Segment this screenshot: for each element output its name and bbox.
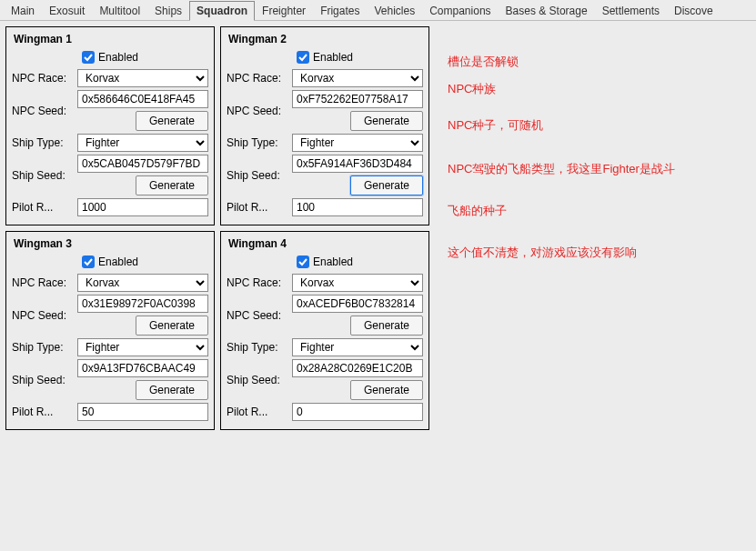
enabled-label: Enabled — [98, 51, 138, 64]
ship-seed-label: Ship Seed: — [227, 374, 292, 386]
pilot-r-input[interactable] — [292, 198, 423, 216]
tab-main[interactable]: Main — [4, 1, 42, 20]
tab-squadron[interactable]: Squadron — [189, 1, 255, 21]
npc-seed-input[interactable] — [77, 295, 208, 313]
ship-seed-input[interactable] — [77, 155, 208, 173]
ship-type-label: Ship Type: — [12, 341, 77, 354]
ship-type-select[interactable]: Fighter — [77, 338, 208, 356]
check-icon — [82, 255, 95, 268]
annotations-panel: 槽位是否解锁 NPC种族 NPC种子，可随机 NPC驾驶的飞船类型，我这里Fig… — [429, 26, 675, 261]
tab-ships[interactable]: Ships — [147, 1, 189, 20]
enabled-checkbox[interactable]: Enabled — [227, 255, 423, 268]
npc-seed-generate-button[interactable]: Generate — [350, 316, 423, 336]
tab-bases-storage[interactable]: Bases & Storage — [499, 1, 595, 20]
npc-seed-label: NPC Seed: — [227, 105, 292, 117]
ship-type-select[interactable]: Fighter — [292, 134, 423, 152]
npc-race-label: NPC Race: — [227, 72, 292, 85]
ship-seed-label: Ship Seed: — [12, 374, 77, 386]
wingman-card-3: Wingman 3EnabledNPC Race:KorvaxNPC Seed:… — [5, 231, 215, 430]
tab-freighter[interactable]: Freighter — [255, 1, 313, 20]
ship-seed-generate-button[interactable]: Generate — [136, 175, 208, 195]
tab-settlements[interactable]: Settlements — [595, 1, 667, 20]
npc-seed-input[interactable] — [292, 90, 423, 108]
check-icon — [297, 51, 309, 64]
pilot-r-input[interactable] — [77, 198, 208, 216]
wingman-title: Wingman 1 — [12, 31, 208, 49]
wingman-title: Wingman 4 — [227, 235, 423, 254]
pilot-r-label: Pilot R... — [12, 406, 77, 418]
ship-seed-input[interactable] — [77, 359, 208, 377]
ship-seed-generate-button[interactable]: Generate — [136, 380, 208, 400]
wingman-title: Wingman 3 — [12, 235, 208, 254]
npc-seed-input[interactable] — [292, 295, 423, 313]
ship-type-select[interactable]: Fighter — [77, 134, 208, 152]
content-area: Wingman 1EnabledNPC Race:KorvaxNPC Seed:… — [0, 21, 756, 436]
npc-seed-generate-button[interactable]: Generate — [136, 316, 208, 336]
check-icon — [82, 51, 95, 64]
ship-type-label: Ship Type: — [12, 136, 77, 149]
annotation-race: NPC种族 — [448, 81, 675, 97]
tab-vehicles[interactable]: Vehicles — [367, 1, 422, 20]
ship-seed-label: Ship Seed: — [227, 169, 292, 182]
wingman-card-2: Wingman 2EnabledNPC Race:KorvaxNPC Seed:… — [220, 26, 429, 225]
enabled-checkbox[interactable]: Enabled — [227, 51, 423, 64]
tab-multitool[interactable]: Multitool — [92, 1, 147, 20]
npc-race-label: NPC Race: — [12, 72, 77, 85]
pilot-r-label: Pilot R... — [227, 406, 292, 418]
npc-seed-label: NPC Seed: — [227, 309, 292, 322]
tab-exosuit[interactable]: Exosuit — [42, 1, 92, 20]
wingman-card-1: Wingman 1EnabledNPC Race:KorvaxNPC Seed:… — [5, 26, 215, 225]
enabled-checkbox[interactable]: Enabled — [12, 51, 208, 64]
check-icon — [297, 255, 309, 268]
npc-race-label: NPC Race: — [12, 276, 77, 289]
npc-race-select[interactable]: Korvax — [77, 69, 208, 87]
pilot-r-label: Pilot R... — [12, 201, 77, 214]
wingman-title: Wingman 2 — [227, 31, 423, 49]
annotation-pilot-r: 这个值不清楚，对游戏应该没有影响 — [448, 245, 675, 261]
tab-companions[interactable]: Companions — [422, 1, 498, 20]
annotation-ship-seed: 飞船的种子 — [448, 203, 675, 219]
tab-frigates[interactable]: Frigates — [313, 1, 367, 20]
ship-type-label: Ship Type: — [227, 136, 292, 149]
npc-race-select[interactable]: Korvax — [77, 274, 208, 292]
ship-seed-generate-button[interactable]: Generate — [350, 380, 423, 400]
npc-seed-generate-button[interactable]: Generate — [136, 111, 208, 131]
npc-race-select[interactable]: Korvax — [292, 274, 423, 292]
pilot-r-label: Pilot R... — [227, 201, 292, 214]
npc-seed-label: NPC Seed: — [12, 309, 77, 322]
wingman-card-4: Wingman 4EnabledNPC Race:KorvaxNPC Seed:… — [220, 231, 429, 430]
ship-type-select[interactable]: Fighter — [292, 338, 423, 356]
enabled-label: Enabled — [313, 51, 353, 64]
npc-seed-generate-button[interactable]: Generate — [350, 111, 423, 131]
tab-discove[interactable]: Discove — [667, 1, 721, 20]
annotation-ship-type: NPC驾驶的飞船类型，我这里Fighter是战斗 — [448, 161, 675, 177]
enabled-label: Enabled — [313, 255, 353, 268]
npc-race-select[interactable]: Korvax — [292, 69, 423, 87]
enabled-label: Enabled — [98, 255, 138, 268]
pilot-r-input[interactable] — [292, 403, 423, 421]
ship-seed-input[interactable] — [292, 155, 423, 173]
pilot-r-input[interactable] — [77, 403, 208, 421]
ship-seed-label: Ship Seed: — [12, 169, 77, 182]
ship-seed-input[interactable] — [292, 359, 423, 377]
npc-seed-input[interactable] — [77, 90, 208, 108]
enabled-checkbox[interactable]: Enabled — [12, 255, 208, 268]
annotation-npc-seed: NPC种子，可随机 — [448, 117, 675, 134]
ship-seed-generate-button[interactable]: Generate — [350, 175, 423, 195]
wingman-grid: Wingman 1EnabledNPC Race:KorvaxNPC Seed:… — [5, 26, 429, 430]
tab-bar: MainExosuitMultitoolShipsSquadronFreight… — [0, 0, 756, 21]
npc-race-label: NPC Race: — [227, 276, 292, 289]
npc-seed-label: NPC Seed: — [12, 105, 77, 117]
annotation-enabled: 槽位是否解锁 — [448, 54, 675, 70]
ship-type-label: Ship Type: — [227, 341, 292, 354]
